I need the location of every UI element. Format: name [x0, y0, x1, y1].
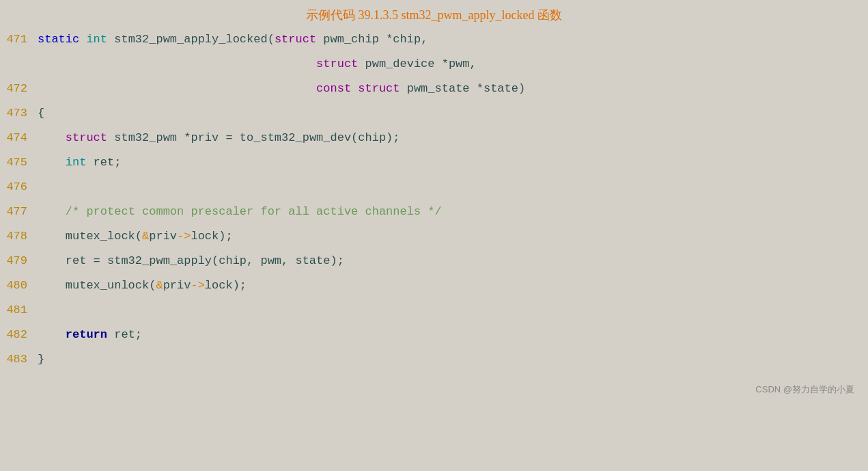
line-number: 483: [0, 349, 38, 368]
line-content: mutex_lock(&priv->lock);: [38, 226, 868, 245]
code-block: 471static int stm32_pwm_apply_locked(str…: [0, 29, 868, 380]
line-number: 477: [0, 201, 38, 221]
line-content: struct pwm_device *pwm,: [38, 53, 868, 73]
line-content: }: [38, 349, 868, 368]
line-content: mutex_unlock(&priv->lock);: [38, 275, 868, 295]
code-line: 474 struct stm32_pwm *priv = to_stm32_pw…: [0, 127, 868, 152]
code-line: 477 /* protect common prescaler for all …: [0, 201, 868, 226]
line-content: [38, 176, 868, 178]
code-line: 480 mutex_unlock(&priv->lock);: [0, 275, 868, 299]
line-content: static int stm32_pwm_apply_locked(struct…: [38, 29, 868, 49]
line-number: 473: [0, 103, 38, 122]
code-line: 482 return ret;: [0, 324, 868, 349]
line-content: /* protect common prescaler for all acti…: [38, 201, 868, 221]
code-line: 483}: [0, 349, 868, 373]
code-title: 示例代码 39.1.3.5 stm32_pwm_apply_locked 函数: [0, 7, 868, 23]
code-line: 479 ret = stm32_pwm_apply(chip, pwm, sta…: [0, 250, 868, 275]
code-line: 476: [0, 176, 868, 201]
line-number: 474: [0, 127, 38, 147]
line-content: ret = stm32_pwm_apply(chip, pwm, state);: [38, 250, 868, 270]
line-number: 479: [0, 250, 38, 270]
line-content: [38, 299, 868, 301]
code-line: 473{: [0, 103, 868, 127]
line-number: 480: [0, 275, 38, 295]
line-number: [0, 53, 38, 55]
code-line: 475 int ret;: [0, 152, 868, 176]
line-number: 472: [0, 78, 38, 98]
line-content: struct stm32_pwm *priv = to_stm32_pwm_de…: [38, 127, 868, 147]
watermark: CSDN @努力自学的小夏: [0, 383, 868, 396]
line-content: {: [38, 103, 868, 122]
line-number: 476: [0, 176, 38, 196]
line-number: 475: [0, 152, 38, 172]
main-container: 示例代码 39.1.3.5 stm32_pwm_apply_locked 函数 …: [0, 0, 868, 471]
line-content: return ret;: [38, 324, 868, 344]
code-line: 472 const struct pwm_state *state): [0, 78, 868, 103]
line-number: 471: [0, 29, 38, 49]
line-number: 478: [0, 226, 38, 245]
line-content: const struct pwm_state *state): [38, 78, 868, 98]
code-line: 471static int stm32_pwm_apply_locked(str…: [0, 29, 868, 53]
code-line: struct pwm_device *pwm,: [0, 53, 868, 78]
code-line: 481: [0, 299, 868, 324]
code-line: 478 mutex_lock(&priv->lock);: [0, 226, 868, 250]
line-number: 481: [0, 299, 38, 319]
line-content: int ret;: [38, 152, 868, 172]
line-number: 482: [0, 324, 38, 344]
